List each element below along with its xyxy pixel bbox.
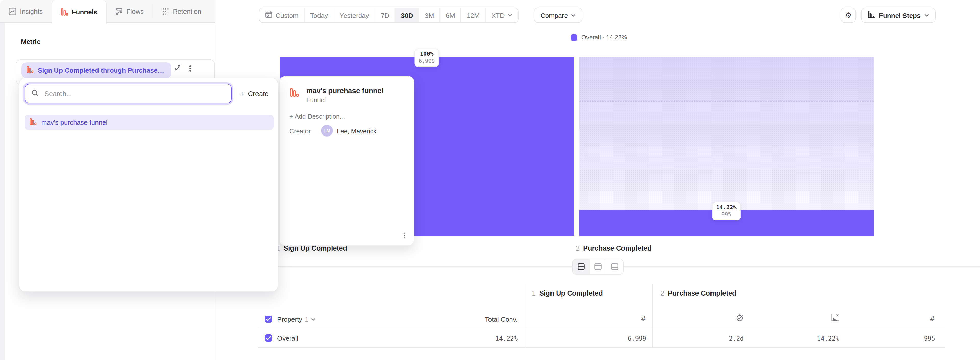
step-number: 1: [532, 290, 536, 297]
hash-icon: #: [929, 315, 935, 323]
search-icon: [31, 89, 39, 98]
table-header-divider: [258, 329, 945, 329]
expand-icon[interactable]: [174, 64, 182, 74]
step-name: Sign Up Completed: [539, 290, 603, 297]
date-range-selector: Custom Today Yesterday 7D 30D 3M 6M 12M …: [259, 8, 519, 23]
compare-label: Compare: [541, 11, 568, 19]
funnel-result-icon: [30, 118, 37, 126]
calendar-icon: [265, 11, 272, 20]
step-name: Purchase Completed: [583, 245, 652, 252]
layout-toggle-group: [572, 259, 624, 275]
step2-count-header[interactable]: #: [883, 315, 935, 323]
step1-count-header[interactable]: #: [587, 315, 646, 323]
range-label: 3M: [425, 11, 434, 19]
property-header[interactable]: Property 1: [277, 315, 316, 323]
range-label: 12M: [467, 11, 480, 19]
range-7d[interactable]: 7D: [375, 8, 395, 22]
table-step-header-1: 1 Sign Up Completed: [532, 290, 603, 297]
bar-value-label-step1: 100% 6,999: [414, 49, 439, 67]
legend-label: Overall · 14.22%: [581, 34, 627, 41]
layout-split-view-button[interactable]: [573, 259, 590, 274]
metric-detail-card: mav's purchase funnel Funnel + Add Descr…: [279, 76, 414, 246]
table-column-divider: [526, 284, 526, 347]
property-index: 1: [305, 315, 308, 323]
bar-value-label-step2: 14.22% 995: [712, 202, 741, 221]
create-button[interactable]: + Create: [238, 86, 271, 101]
kebab-menu-icon[interactable]: [188, 64, 192, 73]
creator-label: Creator: [290, 128, 310, 135]
layout-table-only-button[interactable]: [606, 259, 623, 274]
funnels-icon: [61, 8, 68, 16]
bar-pct: 14.22%: [716, 204, 737, 211]
chevron-down-icon: [571, 14, 576, 17]
range-3m[interactable]: 3M: [419, 8, 440, 22]
avatar: LM: [321, 125, 333, 136]
metric-section-label: Metric: [21, 38, 41, 45]
funnel-metric-icon: [27, 66, 34, 75]
step-axis-label-2: 2 Purchase Completed: [576, 245, 652, 252]
row-step2-conv: 14.22%: [786, 335, 839, 342]
legend-swatch: [571, 34, 577, 41]
row-total-conv: 14.22%: [418, 335, 517, 342]
tab-insights[interactable]: Insights: [0, 0, 52, 22]
range-12m[interactable]: 12M: [461, 8, 486, 22]
table-step-header-2: 2 Purchase Completed: [660, 290, 737, 297]
compare-button[interactable]: Compare: [534, 8, 583, 23]
tab-retention[interactable]: Retention: [153, 0, 210, 22]
range-6m[interactable]: 6M: [440, 8, 461, 22]
add-description-button[interactable]: + Add Description...: [290, 113, 345, 120]
tab-label: Retention: [173, 7, 201, 15]
range-today[interactable]: Today: [305, 8, 334, 22]
range-label: Today: [310, 11, 328, 19]
metric-search-popup: + Create mav's purchase funnel: [19, 78, 278, 292]
chevron-down-icon: [311, 318, 316, 321]
conversion-rate-icon: [831, 315, 839, 323]
tab-flows[interactable]: Flows: [107, 0, 152, 22]
card-type-label: Funnel: [306, 97, 326, 104]
table-row-divider: [258, 347, 945, 348]
search-input[interactable]: [43, 89, 225, 98]
tab-label: Flows: [126, 7, 144, 15]
create-label: Create: [248, 90, 269, 98]
flows-icon: [115, 7, 123, 15]
tab-funnels[interactable]: Funnels: [52, 0, 107, 24]
range-custom[interactable]: Custom: [259, 8, 305, 22]
step2-time-header[interactable]: [689, 314, 744, 323]
step2-conv-header[interactable]: [786, 314, 839, 323]
range-xtd[interactable]: XTD: [486, 8, 518, 22]
search-box: [24, 84, 232, 103]
view-selector-label: Funnel Steps: [879, 11, 921, 19]
range-label: XTD: [492, 11, 505, 19]
bar-count: 995: [716, 211, 737, 218]
chart-legend[interactable]: Overall · 14.22%: [571, 34, 627, 41]
range-30d[interactable]: 30D: [395, 8, 419, 22]
card-title: mav's purchase funnel: [306, 86, 383, 94]
range-label: 7D: [381, 11, 389, 19]
stopwatch-check-icon: [735, 315, 744, 323]
row-step1-count: 6,999: [587, 335, 646, 342]
dropoff-dash-line: [579, 101, 874, 102]
metric-pill[interactable]: Sign Up Completed through Purchase C...: [21, 62, 172, 78]
range-label: 30D: [401, 11, 413, 19]
retention-icon: [162, 7, 169, 15]
step-name: Purchase Completed: [668, 290, 737, 297]
card-kebab-menu-icon[interactable]: [401, 230, 407, 240]
row-step2-avg-time: 2.2d: [689, 335, 744, 342]
creator-name: Lee, Maverick: [337, 128, 377, 135]
result-label: mav's purchase funnel: [41, 118, 107, 126]
metric-pill-label: Sign Up Completed through Purchase C...: [38, 67, 164, 74]
insights-icon: [9, 7, 16, 15]
chevron-down-icon: [924, 14, 929, 17]
search-result-item[interactable]: mav's purchase funnel: [24, 115, 274, 130]
tab-label: Insights: [20, 7, 43, 15]
select-all-checkbox[interactable]: [265, 315, 272, 323]
total-conv-header[interactable]: Total Conv.: [418, 315, 517, 323]
settings-button[interactable]: ⚙: [841, 8, 856, 23]
row-checkbox[interactable]: [265, 334, 272, 342]
funnel-card-icon: [290, 88, 299, 99]
range-yesterday[interactable]: Yesterday: [334, 8, 375, 22]
row-label[interactable]: Overall: [277, 334, 298, 342]
plus-icon: +: [240, 89, 245, 98]
view-selector-button[interactable]: Funnel Steps: [861, 8, 935, 23]
layout-chart-only-button[interactable]: [590, 259, 606, 274]
